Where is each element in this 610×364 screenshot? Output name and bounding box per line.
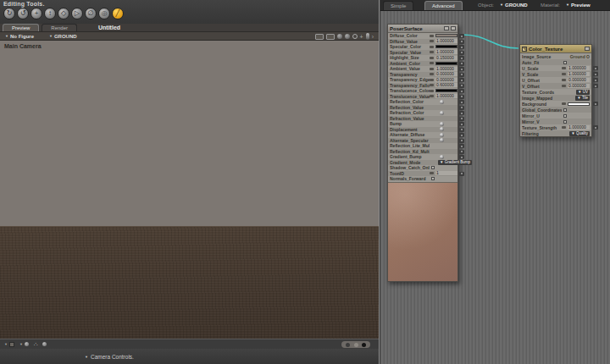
tracking-dot-1-icon[interactable] bbox=[346, 343, 350, 347]
plug-icon[interactable] bbox=[459, 133, 464, 137]
param-row-background[interactable]: Background bbox=[520, 101, 591, 107]
param-row-v_offset[interactable]: V_Offset0.000000 bbox=[520, 83, 591, 89]
number-field[interactable]: 1.000000 bbox=[435, 94, 458, 98]
plug-icon[interactable] bbox=[459, 40, 464, 44]
color-swatch[interactable] bbox=[435, 45, 458, 48]
number-field[interactable]: 1 bbox=[435, 171, 458, 175]
tab-preview[interactable]: Preview bbox=[3, 24, 39, 31]
chain-break-tool[interactable]: ∅ bbox=[85, 8, 97, 19]
plug-icon[interactable] bbox=[459, 51, 464, 55]
animation-icon[interactable] bbox=[430, 79, 434, 81]
dropdown-value[interactable]: ▼ Tile bbox=[575, 96, 590, 101]
tracking-dot-2-icon[interactable] bbox=[354, 343, 358, 347]
plug-icon[interactable] bbox=[459, 100, 464, 104]
color-tool[interactable]: ╱ bbox=[112, 8, 124, 19]
plug-icon[interactable] bbox=[459, 73, 464, 77]
number-field[interactable]: 1.000000 bbox=[435, 39, 458, 43]
background-color-control[interactable]: ▼ bbox=[4, 342, 14, 347]
taper-tool[interactable]: ▷ bbox=[71, 8, 83, 19]
node-collapse-icon[interactable] bbox=[444, 26, 449, 30]
checkbox[interactable] bbox=[563, 120, 567, 124]
checkbox[interactable] bbox=[563, 114, 567, 118]
param-row-normals_forward[interactable]: Normals_Forward bbox=[388, 176, 458, 182]
animation-icon[interactable] bbox=[562, 102, 566, 105]
number-field[interactable]: 0.000000 bbox=[568, 84, 590, 88]
param-row-auto_fit[interactable]: Auto_Fit bbox=[520, 59, 591, 65]
posersurface-header[interactable]: PoserSurface bbox=[388, 25, 458, 33]
plug-icon[interactable] bbox=[459, 128, 464, 132]
number-field[interactable]: 0.000000 bbox=[435, 78, 458, 82]
tracking-mode-toggle[interactable] bbox=[341, 341, 370, 348]
tracking-dot-3-icon[interactable] bbox=[362, 343, 366, 347]
number-field[interactable]: 0.600000 bbox=[435, 83, 458, 87]
plug-icon[interactable] bbox=[459, 144, 464, 148]
param-row-mirror_u[interactable]: Mirror_U bbox=[520, 113, 591, 119]
figure-selector[interactable]: ▼No Figure bbox=[5, 34, 34, 39]
node-color-texture[interactable]: Color_Texture Image_SourceGround OAuto_F… bbox=[519, 44, 592, 137]
number-field[interactable]: 1.000000 bbox=[435, 67, 458, 71]
plug-icon[interactable] bbox=[459, 111, 464, 115]
plug-icon[interactable] bbox=[459, 155, 464, 159]
plug-icon[interactable] bbox=[459, 56, 464, 60]
animation-icon[interactable] bbox=[430, 35, 434, 37]
plug-icon[interactable] bbox=[459, 62, 464, 66]
param-row-v_scale[interactable]: V_Scale1.000000 bbox=[520, 71, 591, 77]
number-field[interactable]: 1.000000 bbox=[568, 72, 590, 76]
view-magnifier-tool[interactable]: ◎ bbox=[98, 8, 110, 19]
orbit-icon[interactable] bbox=[337, 34, 342, 39]
plug-icon[interactable] bbox=[593, 72, 598, 76]
param-row-texture_coords[interactable]: Texture_Coords▼ UV bbox=[520, 89, 591, 95]
number-field[interactable]: 1.000000 bbox=[568, 125, 590, 130]
scale-tool[interactable]: ◇ bbox=[58, 8, 69, 19]
param-row-image_source[interactable]: Image_SourceGround O bbox=[520, 53, 591, 59]
channel-sphere-icon[interactable] bbox=[440, 133, 444, 137]
translate-pull-tool[interactable]: + bbox=[30, 8, 42, 19]
pane-split-icon[interactable] bbox=[315, 34, 324, 40]
checkbox[interactable] bbox=[431, 166, 435, 169]
rotate-tool[interactable]: ↻ bbox=[3, 8, 15, 19]
animation-icon[interactable] bbox=[430, 51, 434, 53]
plug-icon[interactable] bbox=[459, 150, 464, 154]
number-field[interactable]: 1.000000 bbox=[568, 66, 590, 70]
plug-icon[interactable] bbox=[459, 84, 464, 88]
plug-icon[interactable] bbox=[459, 139, 464, 143]
actor-selector[interactable]: ▼GROUND bbox=[49, 34, 77, 39]
color-texture-header[interactable]: Color_Texture bbox=[520, 45, 591, 53]
animation-icon[interactable] bbox=[562, 85, 566, 87]
color-swatch[interactable] bbox=[568, 102, 590, 106]
plug-icon[interactable] bbox=[459, 89, 464, 93]
animation-icon[interactable] bbox=[430, 172, 434, 174]
animation-icon[interactable] bbox=[562, 126, 566, 129]
translate-in-out-tool[interactable]: ↕ bbox=[44, 8, 56, 19]
plug-icon[interactable] bbox=[459, 34, 464, 38]
twist-tool[interactable]: ↺ bbox=[17, 8, 29, 19]
light-icon[interactable] bbox=[366, 33, 369, 40]
channel-sphere-icon[interactable] bbox=[440, 155, 444, 159]
plug-icon[interactable] bbox=[593, 125, 598, 130]
color-swatch[interactable] bbox=[435, 34, 458, 37]
animation-icon[interactable] bbox=[562, 73, 566, 75]
channel-sphere-icon[interactable] bbox=[440, 127, 444, 131]
ground-plane[interactable] bbox=[0, 227, 379, 339]
param-row-u_scale[interactable]: U_Scale1.000000 bbox=[520, 65, 591, 71]
material-preview-swatch[interactable] bbox=[388, 182, 458, 281]
param-row-filtering[interactable]: Filtering▼ Quality bbox=[520, 130, 591, 136]
move-cross-icon[interactable]: + bbox=[360, 34, 363, 40]
animation-icon[interactable] bbox=[430, 84, 434, 86]
checkbox[interactable] bbox=[563, 61, 567, 64]
plug-icon[interactable] bbox=[459, 78, 464, 82]
node-collapse-icon[interactable] bbox=[585, 47, 590, 51]
foreground-color-control[interactable]: ▼ bbox=[19, 342, 29, 346]
animation-icon[interactable] bbox=[430, 57, 434, 59]
tab-advanced[interactable]: Advanced bbox=[424, 1, 463, 10]
animation-icon[interactable] bbox=[430, 73, 434, 75]
pan-icon[interactable] bbox=[345, 34, 350, 39]
dropdown-value[interactable]: ▼ Gradient Bump bbox=[438, 160, 472, 165]
number-field[interactable]: 0.000000 bbox=[435, 72, 458, 76]
channel-sphere-icon[interactable] bbox=[440, 122, 444, 126]
object-selector[interactable]: ▼GROUND bbox=[500, 3, 528, 8]
checkbox[interactable] bbox=[563, 108, 567, 112]
dot-icon[interactable] bbox=[42, 342, 47, 346]
material-selector[interactable]: ▼Preview bbox=[566, 3, 591, 8]
param-row-global_coordinates[interactable]: Global_Coordinates bbox=[520, 107, 591, 113]
